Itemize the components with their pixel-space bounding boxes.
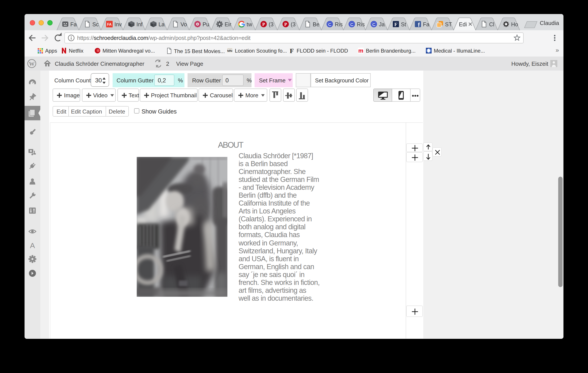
- svg-text:Fa: Fa: [423, 21, 429, 27]
- svg-text:P: P: [262, 22, 265, 27]
- svg-text:Vo: Vo: [180, 21, 187, 27]
- svg-text:C: C: [350, 22, 353, 27]
- svg-text:Cl: Cl: [489, 21, 494, 27]
- svg-text:Fa: Fa: [70, 21, 77, 27]
- svg-text:(3: (3: [269, 21, 273, 27]
- svg-text:F: F: [394, 21, 398, 27]
- svg-text:Ho: Ho: [511, 21, 518, 27]
- svg-text:ST: ST: [445, 21, 452, 27]
- svg-text:Ja: Ja: [379, 21, 385, 27]
- svg-text:Sc: Sc: [93, 21, 99, 27]
- svg-text:FA: FA: [107, 22, 112, 26]
- svg-text:P: P: [284, 22, 287, 27]
- svg-text:Pu: Pu: [203, 21, 210, 27]
- svg-text:St: St: [401, 21, 406, 27]
- svg-text:Ris: Ris: [357, 21, 365, 27]
- svg-text:F: F: [290, 48, 294, 53]
- svg-text:Ris: Ris: [335, 21, 343, 27]
- svg-text:C: C: [372, 22, 376, 27]
- svg-text:Be: Be: [313, 21, 320, 27]
- svg-text:(3: (3: [291, 21, 295, 27]
- svg-text:Inv: Inv: [114, 21, 122, 27]
- svg-text:m: m: [358, 48, 363, 53]
- svg-text:C: C: [328, 22, 331, 27]
- svg-text:W: W: [29, 61, 35, 67]
- svg-text:La: La: [158, 21, 165, 27]
- svg-text:f: f: [418, 22, 420, 28]
- svg-text:Inf: Inf: [136, 21, 143, 27]
- svg-text:tw: tw: [247, 21, 252, 27]
- svg-text:Eir: Eir: [225, 21, 231, 27]
- svg-text:MN: MN: [227, 49, 232, 52]
- svg-text:A: A: [30, 241, 35, 250]
- svg-text:Edi: Edi: [459, 21, 467, 27]
